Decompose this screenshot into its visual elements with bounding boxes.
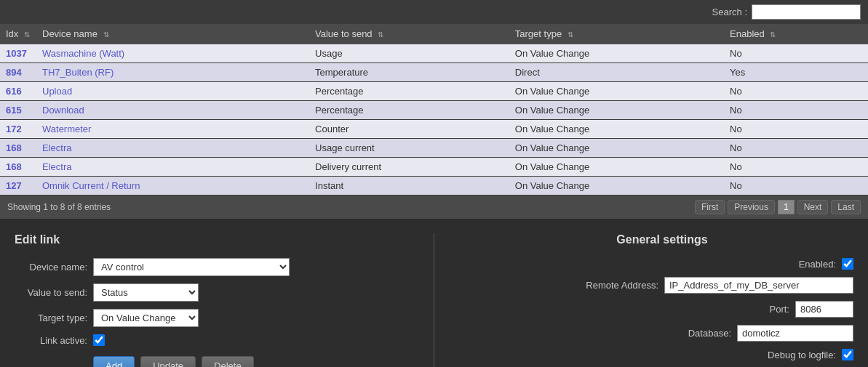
table-footer: Showing 1 to 8 of 8 entries First Previo… [0, 195, 868, 219]
cell-target-type: On Value Change [509, 101, 724, 120]
database-row: Database: [471, 325, 853, 342]
link-active-row: Link active: [15, 334, 397, 346]
port-input[interactable] [795, 301, 853, 318]
cell-value-to-send: Temperature [309, 63, 509, 82]
cell-value-to-send: Usage current [309, 139, 509, 158]
table-header-row: Idx ⇅ Device name ⇅ Value to send ⇅ Targ… [0, 24, 868, 44]
search-label: Search : [712, 7, 747, 17]
cell-value-to-send: Counter [309, 120, 509, 139]
cell-device-name: TH7_Buiten (RF) [36, 63, 309, 82]
remote-address-row: Remote Address: [471, 277, 853, 294]
cell-device-name: Watermeter [36, 120, 309, 139]
enabled-checkbox[interactable] [842, 258, 853, 270]
showing-text: Showing 1 to 8 of 8 entries [7, 202, 111, 212]
cell-idx: 172 [0, 120, 36, 139]
target-type-select[interactable]: On Value Change Direct [93, 309, 199, 327]
cell-target-type: On Value Change [509, 158, 724, 177]
value-sort-icon: ⇅ [378, 31, 383, 39]
cell-value-to-send: Percentage [309, 82, 509, 101]
edit-link-buttons: Add Update Delete [93, 356, 397, 367]
cell-target-type: On Value Change [509, 177, 724, 195]
cell-idx: 615 [0, 101, 36, 120]
last-button[interactable]: Last [831, 200, 861, 214]
cell-target-type: On Value Change [509, 139, 724, 158]
table-row[interactable]: 1037 Wasmachine (Watt) Usage On Value Ch… [0, 44, 868, 63]
add-button[interactable]: Add [93, 356, 135, 367]
target-sort-icon: ⇅ [568, 31, 573, 39]
cell-idx: 894 [0, 63, 36, 82]
first-button[interactable]: First [695, 200, 725, 214]
pagination: First Previous 1 Next Last [695, 200, 861, 214]
cell-idx: 168 [0, 158, 36, 177]
panel-divider [434, 233, 434, 367]
value-to-send-select[interactable]: Status [93, 283, 199, 302]
bottom-panel: Edit link Device name: AV control Value … [0, 219, 868, 367]
cell-idx: 616 [0, 82, 36, 101]
cell-device-name: Omnik Current / Return [36, 177, 309, 195]
enabled-row: Enabled: [471, 258, 853, 270]
update-button[interactable]: Update [140, 356, 196, 367]
debug-row: Debug to logfile: [471, 349, 853, 360]
table-row[interactable]: 172 Watermeter Counter On Value Change N… [0, 120, 868, 139]
previous-button[interactable]: Previous [728, 200, 775, 214]
value-to-send-row: Value to send: Status [15, 283, 397, 302]
link-active-checkbox[interactable] [93, 334, 105, 346]
delete-button[interactable]: Delete [202, 356, 254, 367]
link-active-label: Link active: [15, 335, 87, 346]
data-table: Idx ⇅ Device name ⇅ Value to send ⇅ Targ… [0, 24, 868, 195]
col-device-name[interactable]: Device name ⇅ [36, 24, 309, 44]
cell-target-type: On Value Change [509, 44, 724, 63]
device-name-row: Device name: AV control [15, 258, 397, 276]
remote-address-input[interactable] [664, 277, 853, 294]
col-enabled[interactable]: Enabled ⇅ [724, 24, 868, 44]
table-row[interactable]: 168 Electra Usage current On Value Chang… [0, 139, 868, 158]
current-page: 1 [778, 200, 795, 214]
remote-address-label: Remote Address: [571, 280, 658, 291]
table-row[interactable]: 616 Upload Percentage On Value Change No [0, 82, 868, 101]
cell-enabled: No [724, 158, 868, 177]
cell-value-to-send: Percentage [309, 101, 509, 120]
edit-link-section: Edit link Device name: AV control Value … [15, 233, 397, 367]
cell-enabled: No [724, 120, 868, 139]
col-value-to-send[interactable]: Value to send ⇅ [309, 24, 509, 44]
next-button[interactable]: Next [797, 200, 829, 214]
top-bar: Search : [0, 0, 868, 24]
table-row[interactable]: 168 Electra Delivery current On Value Ch… [0, 158, 868, 177]
table-row[interactable]: 127 Omnik Current / Return Instant On Va… [0, 177, 868, 195]
table-row[interactable]: 894 TH7_Buiten (RF) Temperature Direct Y… [0, 63, 868, 82]
search-input[interactable] [752, 4, 861, 20]
idx-sort-icon: ⇅ [24, 31, 30, 39]
target-type-label: Target type: [15, 312, 87, 323]
cell-value-to-send: Instant [309, 177, 509, 195]
debug-label: Debug to logfile: [749, 350, 836, 360]
cell-value-to-send: Usage [309, 44, 509, 63]
target-type-row: Target type: On Value Change Direct [15, 309, 397, 327]
col-idx[interactable]: Idx ⇅ [0, 24, 36, 44]
cell-idx: 127 [0, 177, 36, 195]
device-name-select[interactable]: AV control [93, 258, 290, 276]
general-settings-section: General settings Enabled: Remote Address… [471, 233, 853, 367]
table-row[interactable]: 615 Download Percentage On Value Change … [0, 101, 868, 120]
value-to-send-label: Value to send: [15, 287, 87, 298]
port-label: Port: [702, 304, 789, 315]
cell-value-to-send: Delivery current [309, 158, 509, 177]
cell-enabled: No [724, 82, 868, 101]
cell-device-name: Electra [36, 158, 309, 177]
cell-device-name: Upload [36, 82, 309, 101]
cell-target-type: On Value Change [509, 120, 724, 139]
cell-enabled: No [724, 101, 868, 120]
debug-checkbox[interactable] [842, 349, 853, 360]
database-label: Database: [644, 328, 731, 339]
col-target-type[interactable]: Target type ⇅ [509, 24, 724, 44]
cell-target-type: Direct [509, 63, 724, 82]
cell-idx: 168 [0, 139, 36, 158]
cell-enabled: Yes [724, 63, 868, 82]
database-input[interactable] [737, 325, 853, 342]
cell-enabled: No [724, 139, 868, 158]
cell-enabled: No [724, 44, 868, 63]
port-row: Port: [471, 301, 853, 318]
device-sort-icon: ⇅ [103, 31, 109, 39]
cell-target-type: On Value Change [509, 82, 724, 101]
enabled-sort-icon: ⇅ [770, 31, 776, 39]
cell-device-name: Wasmachine (Watt) [36, 44, 309, 63]
